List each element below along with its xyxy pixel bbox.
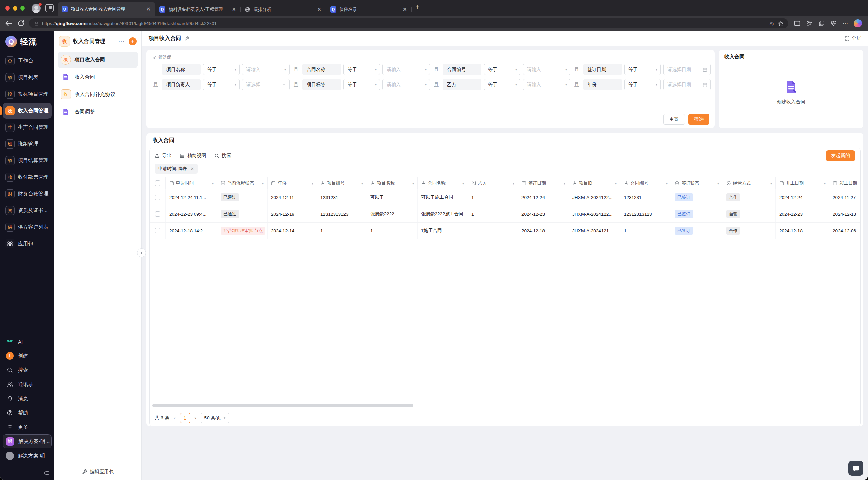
split-screen-icon[interactable] <box>794 20 801 27</box>
collapse-sidebar-button[interactable] <box>4 466 50 480</box>
sidebar-item-0[interactable]: 工作台 <box>3 53 52 69</box>
subnav-item-2[interactable]: 收收入合同补充协议 <box>58 86 138 102</box>
filter-operator-select[interactable]: 等于▾ <box>484 64 520 75</box>
column-header-6[interactable]: 乙方▾ <box>468 177 518 189</box>
sidebar-footer-item-5[interactable]: 帮助 <box>3 406 52 420</box>
column-header-10[interactable]: 签订状态▾ <box>671 177 723 189</box>
page-size-select[interactable]: 50 条/页▾ <box>201 413 230 423</box>
browser-tab-2[interactable]: 碳排分析✕ <box>241 3 326 16</box>
row-checkbox[interactable] <box>155 211 160 217</box>
filter-operator-select[interactable]: 等于▾ <box>203 64 240 75</box>
filter-value-input[interactable]: 请输入▾ <box>523 64 570 75</box>
sidebar-footer-item-0[interactable]: AI <box>3 334 52 349</box>
edit-app-package-button[interactable]: 编辑应用包 <box>54 463 141 480</box>
filter-value-input[interactable]: 请选择日期 <box>663 64 711 75</box>
column-header-0[interactable]: 申请时间▾ <box>166 177 217 189</box>
read-aloud-icon[interactable]: A) <box>770 21 774 26</box>
row-checkbox[interactable] <box>155 195 160 200</box>
favorites-bar-icon[interactable] <box>806 20 813 27</box>
collapse-subnav-button[interactable] <box>137 248 146 257</box>
table-row-2[interactable]: 2024-12-18 14:2...经营部经理审批 节点2024-12-1411… <box>150 223 860 239</box>
app-add-button[interactable]: + <box>129 37 137 45</box>
fullscreen-button[interactable]: 全屏 <box>845 35 861 41</box>
select-all-checkbox[interactable] <box>155 180 160 186</box>
tab-close-icon[interactable]: ✕ <box>401 6 408 13</box>
sidebar-item-6[interactable]: 项项目结算管理 <box>3 153 52 169</box>
export-button[interactable]: 导出 <box>155 153 172 159</box>
remove-sort-icon[interactable]: ✕ <box>190 166 194 171</box>
filter-operator-select[interactable]: 等于▾ <box>343 64 380 75</box>
new-contract-button[interactable]: 发起新的 <box>826 150 855 161</box>
tab-close-icon[interactable]: ✕ <box>230 6 237 13</box>
browser-menu-icon[interactable]: ⋯ <box>843 20 848 27</box>
sidebar-item-7[interactable]: 收收付款票管理 <box>3 169 52 185</box>
filter-value-input[interactable]: 请输入▾ <box>382 64 430 75</box>
row-checkbox[interactable] <box>155 228 160 233</box>
filter-value-input[interactable]: 请输入▾ <box>523 79 570 90</box>
favorite-star-icon[interactable] <box>778 21 784 26</box>
column-header-13[interactable]: 竣工日期▾ <box>829 177 860 189</box>
column-header-2[interactable]: 年份▾ <box>268 177 317 189</box>
sidebar-footer-item-8[interactable]: 解决方案-明... <box>3 448 52 463</box>
apply-filter-button[interactable]: 筛选 <box>688 114 709 125</box>
browser-tab-3[interactable]: Q伙伴名录✕ <box>326 3 412 16</box>
column-header-1[interactable]: 当前流程状态▾ <box>217 177 268 189</box>
sidebar-footer-item-3[interactable]: 通讯录 <box>3 377 52 391</box>
search-button[interactable]: 搜索 <box>214 153 231 159</box>
column-header-7[interactable]: 签订日期▾ <box>518 177 569 189</box>
sidebar-footer-item-7[interactable]: 解解决方案-明... <box>3 434 52 448</box>
sidebar-footer-item-4[interactable]: 消息 <box>3 391 52 406</box>
table-row-1[interactable]: 2024-12-23 09:4...已通过2024-12-19123123131… <box>150 206 860 223</box>
tab-close-icon[interactable]: ✕ <box>316 6 323 13</box>
collections-icon[interactable] <box>818 20 825 27</box>
column-header-11[interactable]: 经营方式▾ <box>723 177 776 189</box>
filter-operator-select[interactable]: 等于▾ <box>343 79 380 90</box>
filter-value-input[interactable]: 请输入▾ <box>382 79 430 90</box>
tab-close-icon[interactable]: ✕ <box>145 6 152 12</box>
sidebar-item-4[interactable]: 生生产合同管理 <box>3 119 52 135</box>
sidebar-footer-item-2[interactable]: 搜索 <box>3 363 52 377</box>
sidebar-item-11[interactable]: 应用包 <box>3 236 52 252</box>
sidebar-footer-item-6[interactable]: 更多 <box>3 420 52 434</box>
column-header-4[interactable]: 项目名称▾ <box>367 177 418 189</box>
sidebar-item-9[interactable]: 资资质及证书... <box>3 203 52 218</box>
page-settings-icon[interactable] <box>184 36 190 41</box>
sidebar-item-2[interactable]: 投投标项目管理 <box>3 86 52 102</box>
new-tab-button[interactable]: + <box>412 0 423 14</box>
filter-operator-select[interactable]: 等于▾ <box>624 64 661 75</box>
table-row-0[interactable]: 2024-12-24 11:1...已通过2024-12-111231231可以… <box>150 189 860 206</box>
back-icon[interactable] <box>5 19 13 27</box>
sidebar-item-1[interactable]: 项项目列表 <box>3 70 52 85</box>
page-more-icon[interactable]: ··· <box>193 36 198 41</box>
horizontal-scrollbar[interactable] <box>152 404 413 407</box>
column-header-9[interactable]: 合同编号▾ <box>620 177 671 189</box>
column-header-8[interactable]: 项目ID▾ <box>569 177 620 189</box>
browser-profile-avatar[interactable] <box>32 4 41 13</box>
column-header-3[interactable]: 项目编号▾ <box>317 177 367 189</box>
chat-widget-button[interactable] <box>848 461 863 476</box>
compact-view-button[interactable]: 精简视图 <box>180 153 206 159</box>
tab-actions-icon[interactable] <box>45 4 54 12</box>
app-more-icon[interactable]: ··· <box>118 38 125 44</box>
sidebar-item-8[interactable]: 财财务台账管理 <box>3 186 52 202</box>
filter-operator-select[interactable]: 等于▾ <box>203 79 240 90</box>
close-window-button[interactable] <box>5 6 10 11</box>
copilot-icon[interactable] <box>854 19 862 27</box>
column-header-12[interactable]: 开工日期▾ <box>776 177 829 189</box>
browser-essentials-icon[interactable] <box>830 20 837 27</box>
qingflow-logo[interactable]: Q 轻流 <box>0 31 54 52</box>
create-contract-button[interactable]: 创建收入合同 <box>719 56 863 128</box>
browser-tab-0[interactable]: Q项目收入合同-收入合同管理✕ <box>58 2 155 16</box>
minimize-window-button[interactable] <box>13 6 17 11</box>
reset-button[interactable]: 重置 <box>663 114 685 125</box>
subnav-item-1[interactable]: 收入合同 <box>58 69 138 85</box>
prev-page-icon[interactable]: ‹ <box>174 415 176 421</box>
column-header-5[interactable]: 合同名称▾ <box>418 177 468 189</box>
browser-tab-1[interactable]: Q物料设备档案录入-工程管理✕ <box>155 3 241 16</box>
page-number[interactable]: 1 <box>180 413 190 423</box>
filter-value-input[interactable]: 请选择 <box>242 79 290 90</box>
url-bar[interactable]: https://qingflow.com/index/navigation/40… <box>29 18 788 28</box>
filter-operator-select[interactable]: 等于▾ <box>624 79 661 90</box>
subnav-item-3[interactable]: 合同调整 <box>58 103 138 120</box>
filter-value-input[interactable]: 请选择日期 <box>663 79 711 90</box>
